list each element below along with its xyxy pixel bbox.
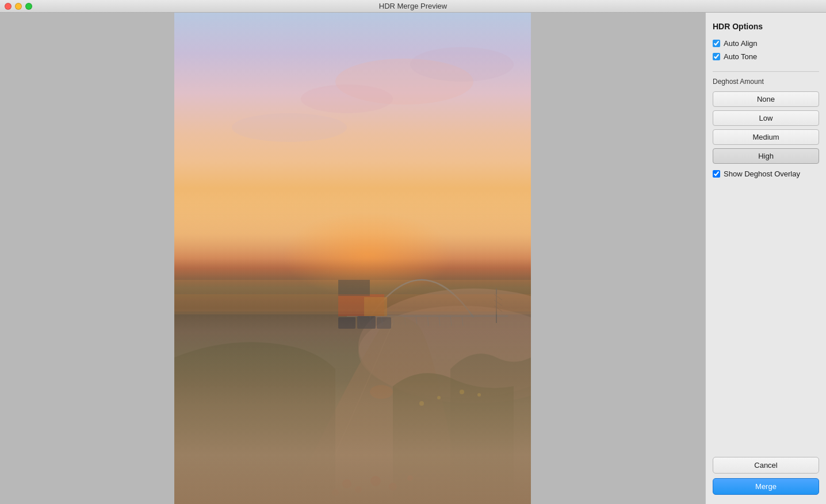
auto-align-checkbox[interactable] [713,40,720,47]
deghost-medium-button[interactable]: Medium [713,129,819,145]
show-deghost-overlay-label: Show Deghost Overlay [724,170,800,178]
auto-align-row: Auto Align [713,39,819,48]
divider-1 [713,71,819,72]
auto-tone-checkbox[interactable] [713,53,720,60]
preview-area [0,13,705,504]
titlebar: HDR Merge Preview [0,0,826,13]
main-content: HDR Options Auto Align Auto Tone Deghost… [0,13,826,504]
window-controls [5,3,32,10]
show-deghost-overlay-row: Show Deghost Overlay [713,170,819,178]
minimize-button[interactable] [15,3,22,10]
svg-point-37 [232,113,347,142]
bottom-buttons: Cancel Merge [713,445,819,495]
photo-canvas [174,13,531,504]
auto-tone-label: Auto Tone [724,52,757,61]
cancel-button[interactable]: Cancel [713,457,819,474]
deghost-low-button[interactable]: Low [713,110,819,126]
svg-point-35 [301,84,393,113]
photo-container [174,13,531,504]
options-panel: HDR Options Auto Align Auto Tone Deghost… [705,13,826,504]
deghost-amount-label: Deghost Amount [713,78,819,86]
auto-tone-row: Auto Tone [713,52,819,61]
window-title: HDR Merge Preview [379,2,447,10]
deghost-none-button[interactable]: None [713,91,819,107]
options-title: HDR Options [713,22,819,31]
ground-layer [174,259,531,505]
merge-button[interactable]: Merge [713,478,819,495]
show-deghost-overlay-checkbox[interactable] [713,170,720,178]
maximize-button[interactable] [25,3,32,10]
close-button[interactable] [5,3,12,10]
deghost-high-button[interactable]: High [713,148,819,164]
svg-point-36 [410,47,514,82]
auto-align-label: Auto Align [724,39,758,48]
